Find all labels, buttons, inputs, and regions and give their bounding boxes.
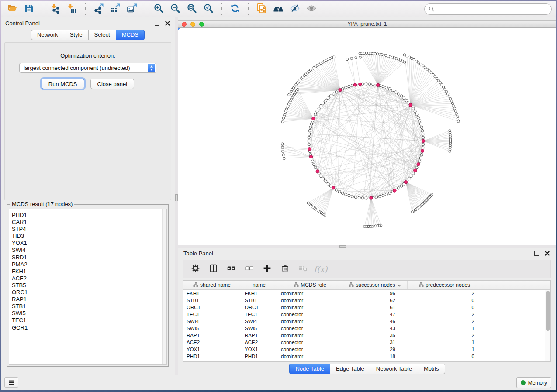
hide-selected-button[interactable] xyxy=(288,3,302,16)
tab-network-table[interactable]: Network Table xyxy=(370,364,418,374)
float-table-panel-icon[interactable] xyxy=(534,251,539,256)
network-window-titlebar[interactable]: YPA_prune.txt_1 xyxy=(178,20,556,28)
column-header-predecessor-nodes[interactable]: predecessor nodes xyxy=(408,281,481,289)
close-panel-button[interactable]: Close panel xyxy=(90,79,135,89)
mcds-node[interactable] xyxy=(309,155,312,158)
close-table-panel-icon[interactable] xyxy=(544,251,550,256)
tab-node-table[interactable]: Node Table xyxy=(289,364,330,374)
table-row[interactable]: PHD1PHD1dominator180 xyxy=(183,353,550,360)
mcds-node[interactable] xyxy=(316,170,319,173)
list-item[interactable]: SWI5 xyxy=(12,310,166,317)
network-graph[interactable] xyxy=(178,28,556,245)
mcds-node[interactable] xyxy=(421,149,424,152)
mcds-node[interactable] xyxy=(404,181,407,184)
column-layout-button[interactable] xyxy=(208,264,218,274)
list-item[interactable]: STP4 xyxy=(12,226,166,233)
table-row[interactable]: STB1STB1dominator620 xyxy=(183,297,550,304)
mcds-node[interactable] xyxy=(353,83,356,86)
refresh-button[interactable] xyxy=(228,3,242,16)
mcds-result-list[interactable]: PHD1CAR1STP4TID3YOX1SWI4SRD1PMA2FKH1ACE2… xyxy=(9,209,167,365)
list-item[interactable]: SWI4 xyxy=(12,247,166,254)
table-row[interactable]: ACE2ACE2connector311 xyxy=(183,339,550,346)
list-item[interactable]: YOX1 xyxy=(12,240,166,247)
mcds-node[interactable] xyxy=(332,186,335,189)
list-item[interactable]: GCR1 xyxy=(12,324,166,331)
float-panel-icon[interactable] xyxy=(155,21,159,26)
table-scrollbar[interactable] xyxy=(545,290,550,361)
show-all-button[interactable] xyxy=(304,3,318,16)
list-item[interactable]: RAP1 xyxy=(12,296,166,303)
open-file-button[interactable] xyxy=(5,3,19,16)
zoom-fit-button[interactable] xyxy=(185,3,199,16)
select-all-button[interactable] xyxy=(226,264,236,274)
column-header-successor-nodes[interactable]: successor nodes xyxy=(343,281,408,289)
column-header-name[interactable]: name xyxy=(241,281,277,289)
list-item[interactable]: CAR1 xyxy=(12,219,166,226)
list-item[interactable]: ACE2 xyxy=(12,275,166,282)
mcds-node[interactable] xyxy=(370,196,373,199)
table-scrollbar-thumb[interactable] xyxy=(546,291,550,331)
mcds-node[interactable] xyxy=(393,189,396,192)
list-item[interactable]: TID3 xyxy=(12,233,166,240)
export-table-button[interactable] xyxy=(108,3,122,16)
list-item[interactable]: FKH1 xyxy=(12,268,166,275)
search-box[interactable] xyxy=(424,3,552,15)
export-network-button[interactable] xyxy=(92,3,106,16)
mcds-node[interactable] xyxy=(422,139,425,142)
tab-style[interactable]: Style xyxy=(64,30,89,40)
list-item[interactable]: ORC1 xyxy=(12,289,166,296)
unselect-all-button[interactable] xyxy=(244,264,254,274)
import-network-button[interactable] xyxy=(48,3,62,16)
vertical-splitter[interactable] xyxy=(175,17,178,375)
zoom-in-button[interactable] xyxy=(152,3,166,16)
search-input[interactable] xyxy=(437,5,551,14)
mcds-node[interactable] xyxy=(377,83,380,86)
minimize-window-icon[interactable] xyxy=(190,22,195,27)
close-panel-icon[interactable] xyxy=(165,21,170,26)
list-item[interactable]: TEC1 xyxy=(12,317,166,324)
delete-row-button[interactable] xyxy=(280,264,290,274)
maximize-window-icon[interactable] xyxy=(199,22,204,27)
tab-edge-table[interactable]: Edge Table xyxy=(330,364,370,374)
list-item[interactable]: STB1 xyxy=(12,303,166,310)
add-row-button[interactable] xyxy=(262,264,272,274)
mcds-node[interactable] xyxy=(414,169,417,172)
run-mcds-button[interactable]: Run MCDS xyxy=(42,79,84,89)
mcds-node[interactable] xyxy=(409,103,412,107)
table-row[interactable]: RAP1RAP1dominator352 xyxy=(183,332,550,339)
list-item[interactable]: STB5 xyxy=(12,282,166,289)
table-row[interactable]: FKH1FKH1dominator962 xyxy=(183,290,550,297)
export-image-button[interactable] xyxy=(125,3,139,16)
list-item[interactable]: PMA2 xyxy=(12,261,166,268)
network-canvas[interactable] xyxy=(178,28,556,245)
first-neighbors-button[interactable] xyxy=(271,3,285,16)
network-file-button[interactable] xyxy=(255,3,269,16)
table-row[interactable]: SWI4SWI4dominator462 xyxy=(183,318,550,325)
list-item[interactable]: SRD1 xyxy=(12,254,166,261)
settings-button[interactable] xyxy=(190,264,201,274)
mcds-list-scrollbar[interactable] xyxy=(162,209,166,364)
column-header-shared-name[interactable]: shared name xyxy=(183,281,241,289)
mcds-node[interactable] xyxy=(308,148,311,151)
tab-mcds[interactable]: MCDS xyxy=(116,30,145,40)
zoom-out-button[interactable] xyxy=(168,3,182,16)
list-item[interactable]: PHD1 xyxy=(12,212,166,219)
mcds-node[interactable] xyxy=(359,83,362,86)
memory-button[interactable]: Memory xyxy=(516,377,551,388)
tab-motifs[interactable]: Motifs xyxy=(418,364,445,374)
tab-select[interactable]: Select xyxy=(88,30,116,40)
mcds-node[interactable] xyxy=(417,163,420,166)
criterion-select[interactable]: largest connected component (undirected) xyxy=(19,63,156,73)
table-row[interactable]: YOX1YOX1connector291 xyxy=(183,346,550,353)
mcds-node[interactable] xyxy=(312,117,315,120)
save-session-button[interactable] xyxy=(22,3,36,16)
zoom-selected-button[interactable] xyxy=(201,3,215,16)
table-row[interactable]: TEC1TEC1connector472 xyxy=(183,311,550,318)
vertical-splitter-grip[interactable] xyxy=(175,194,178,201)
table-row[interactable]: ORC1ORC1dominator610 xyxy=(183,304,550,311)
task-history-button[interactable] xyxy=(4,377,18,388)
table-row[interactable]: SWI5SWI5connector431 xyxy=(183,325,550,332)
close-window-icon[interactable] xyxy=(182,22,187,27)
tab-network[interactable]: Network xyxy=(31,30,64,40)
column-header-MCDS-role[interactable]: MCDS role xyxy=(277,281,343,289)
